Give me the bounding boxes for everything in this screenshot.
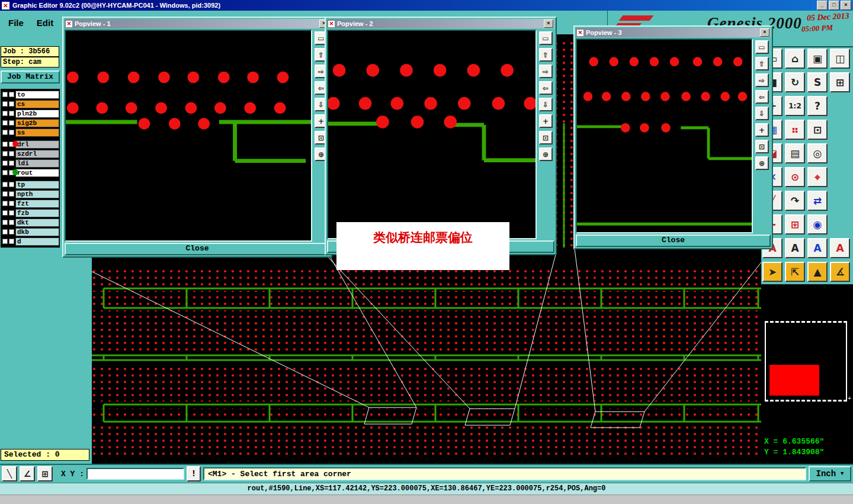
probe-icon[interactable]: ⌖ (807, 167, 828, 187)
layer-row-ss[interactable]: ss (1, 128, 59, 137)
alert-button[interactable]: ! (187, 466, 201, 481)
layer-context-checkbox[interactable] (9, 160, 14, 166)
layer-visibility-checkbox[interactable] (2, 160, 8, 166)
grid-snap-icon[interactable]: ⊞ (37, 466, 53, 481)
layer-row-cs[interactable]: cs (1, 99, 59, 108)
spheres-icon[interactable]: ◉ (807, 214, 828, 235)
layer-name[interactable]: rout (15, 169, 59, 177)
layer-context-checkbox[interactable] (9, 229, 14, 235)
page-left-icon[interactable]: ⇦ (539, 81, 553, 95)
layer-name[interactable]: fzt (15, 200, 59, 208)
ruler-icon[interactable]: ▤ (785, 143, 805, 163)
xy-input[interactable] (86, 468, 184, 480)
layer-name[interactable]: ldi (15, 159, 59, 168)
layer-context-checkbox[interactable] (9, 101, 14, 107)
copy-view-icon[interactable]: ▣ (807, 49, 828, 69)
layer-row-drl[interactable]: drl (1, 140, 59, 149)
layer-visibility-checkbox[interactable] (2, 111, 8, 116)
origin-target-icon[interactable]: ◎ (807, 143, 828, 163)
zoom-out-icon[interactable]: ⊕ (755, 156, 769, 170)
menu-edit[interactable]: Edit (37, 18, 53, 28)
layer-name[interactable]: ss (15, 129, 59, 137)
layer-name[interactable]: sig2b (15, 119, 59, 127)
display-icon[interactable]: ▭ (539, 31, 553, 45)
layer-name[interactable]: dkb (15, 228, 59, 236)
pan-icon[interactable]: + (539, 114, 553, 128)
select-angle-icon[interactable]: ∡ (830, 262, 850, 282)
display-icon[interactable]: ▭ (755, 40, 769, 54)
layer-visibility-checkbox[interactable] (2, 201, 8, 206)
layer-name[interactable]: drl (15, 140, 59, 149)
split-view-icon[interactable]: ◫ (830, 49, 850, 69)
layer-context-checkbox[interactable] (9, 120, 14, 126)
select-ne-icon[interactable]: ⇱ (785, 262, 805, 282)
layer-context-checkbox[interactable] (9, 111, 14, 116)
layer-row-ldi[interactable]: ldi (1, 159, 59, 168)
layer-name[interactable]: tp (15, 181, 59, 189)
layer-row-rout[interactable]: rout (1, 168, 59, 177)
layer-name[interactable]: fzb (15, 209, 59, 217)
layer-context-checkbox[interactable] (9, 220, 14, 225)
popview-close-button[interactable]: Close (576, 235, 771, 247)
layer-row-fzb[interactable]: fzb (1, 208, 59, 217)
color-dots-icon[interactable]: ⠶ (785, 120, 805, 140)
home-icon[interactable]: ⌂ (785, 49, 805, 69)
layer-row-npth[interactable]: npth (1, 190, 59, 198)
layer-visibility-checkbox[interactable] (2, 210, 8, 216)
layer-visibility-checkbox[interactable] (2, 182, 8, 187)
layer-context-checkbox[interactable] (9, 210, 14, 216)
layer-visibility-checkbox[interactable] (2, 151, 8, 156)
help-icon[interactable]: ? (807, 96, 828, 116)
diagonal-line-icon[interactable]: ╲ (2, 466, 17, 481)
minimize-button[interactable]: _ (817, 1, 828, 10)
popview-canvas[interactable] (327, 30, 537, 239)
layer-name[interactable]: cs (15, 100, 59, 108)
popview-canvas[interactable] (576, 38, 753, 233)
page-right-icon[interactable]: ⇨ (539, 65, 553, 78)
scale-ratio-icon[interactable]: 1:2 (785, 96, 805, 116)
layer-visibility-checkbox[interactable] (2, 170, 8, 175)
layer-visibility-checkbox[interactable] (2, 92, 8, 97)
layer-name[interactable]: to (15, 91, 59, 99)
arc-arrow-icon[interactable]: ↷ (785, 191, 805, 211)
text-blue-icon[interactable]: A (807, 238, 828, 258)
angle-measure-icon[interactable]: ∠ (20, 466, 35, 481)
layer-visibility-checkbox[interactable] (2, 142, 8, 147)
page-left-icon[interactable]: ⇦ (755, 90, 769, 104)
layer-context-checkbox[interactable] (9, 201, 14, 206)
layer-row-pln2b[interactable]: pln2b (1, 109, 59, 118)
layer-row-fzt[interactable]: fzt (1, 199, 59, 208)
popview-title-bar[interactable]: ✕ Popview - 3 × (576, 28, 771, 37)
close-button[interactable]: × (841, 1, 851, 10)
add-pad-icon[interactable]: ⊞ (785, 214, 805, 235)
popview-window-2[interactable]: ✕ Popview - 2 × ▭⇧⇨⇦⇩+⊡⊕ Close (325, 17, 557, 255)
layer-row-d[interactable]: d (1, 237, 59, 246)
flip-icon[interactable]: ⇄ (807, 191, 828, 211)
maximize-button[interactable]: □ (829, 1, 839, 10)
serpentine-icon[interactable]: S (807, 72, 828, 92)
layer-visibility-checkbox[interactable] (2, 220, 8, 225)
layer-row-tp[interactable]: tp (1, 180, 59, 189)
redraw-icon[interactable]: ↻ (785, 72, 805, 92)
layer-name[interactable]: szdrl (15, 150, 59, 158)
layer-row-to[interactable]: to (1, 90, 59, 99)
layer-visibility-checkbox[interactable] (2, 191, 8, 197)
layer-name[interactable]: pln2b (15, 110, 59, 118)
pan-icon[interactable]: + (755, 123, 769, 137)
popview-title-bar[interactable]: ✕ Popview - 2 × (327, 19, 554, 28)
layer-visibility-checkbox[interactable] (2, 239, 8, 244)
measure-point-icon[interactable]: ⊙ (785, 167, 805, 187)
layer-row-sig2b[interactable]: sig2b (1, 118, 59, 127)
popview-window-3[interactable]: ✕ Popview - 3 × ▭⇧⇨⇦⇩+⊡⊕ Close (573, 25, 773, 249)
close-icon[interactable]: × (760, 28, 769, 37)
layer-visibility-checkbox[interactable] (2, 120, 8, 126)
job-matrix-button[interactable]: Job Matrix (1, 70, 60, 84)
layer-row-dkt[interactable]: dkt (1, 218, 59, 227)
popview-title-bar[interactable]: ✕ Popview - 1 × (65, 19, 330, 28)
page-right-icon[interactable]: ⇨ (755, 73, 769, 87)
text-red-icon[interactable]: A (830, 238, 850, 258)
page-up-icon[interactable]: ⇧ (755, 57, 769, 70)
popview-canvas[interactable] (65, 30, 312, 242)
layer-name[interactable]: npth (15, 190, 59, 198)
layer-context-checkbox[interactable] (9, 239, 14, 244)
